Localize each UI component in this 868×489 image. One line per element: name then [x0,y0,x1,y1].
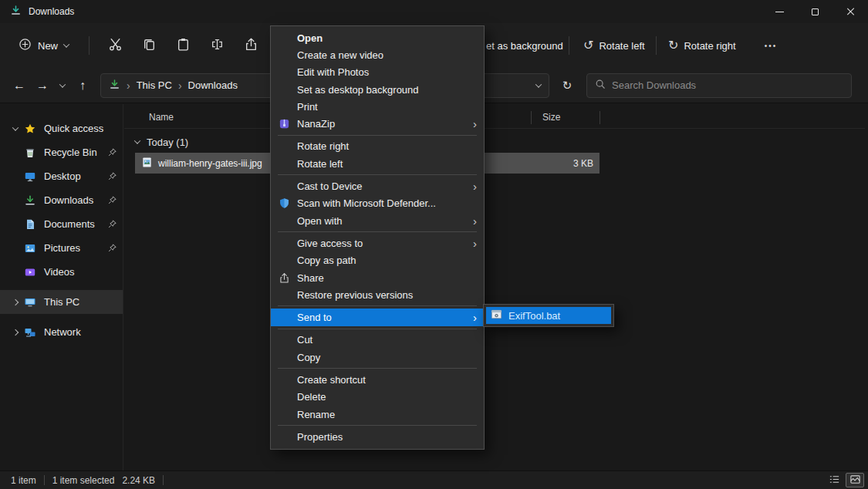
sidebar-item-network[interactable]: Network [0,320,123,344]
share-menu-icon [271,272,297,284]
selection-size: 2.24 KB [122,475,155,486]
context-menu: Open Create a new video Edit with Photos… [270,25,485,450]
menu-item-rotate-right[interactable]: Rotate right [271,138,484,155]
recycle-bin-icon [23,147,37,159]
sidebar-item-label: Network [44,326,81,338]
submenu-arrow-icon: › [473,180,477,192]
column-divider[interactable] [531,111,532,124]
cut-icon [108,37,123,54]
menu-item-edit-with-photos[interactable]: Edit with Photos [271,64,484,81]
share-button[interactable] [236,32,265,59]
column-header-name[interactable]: Name [149,112,174,123]
menu-item-properties[interactable]: Properties [271,428,484,445]
new-plus-icon [19,38,32,53]
close-icon [846,7,855,16]
rotate-left-label: Rotate left [599,40,644,52]
more-options-button[interactable]: ••• [755,32,787,59]
menu-separator [278,329,477,329]
copy-icon [142,37,157,54]
rotate-right-button[interactable]: ↻ Rotate right [662,32,742,59]
this-pc-icon [23,296,37,309]
sidebar-item-videos[interactable]: Videos [0,260,123,284]
sidebar: Quick access Recycle Bin Desktop Downloa… [0,104,123,470]
address-dropdown-icon[interactable] [535,81,542,87]
recent-locations-button[interactable] [54,74,71,97]
titlebar: Downloads [0,0,868,23]
forward-button[interactable]: → [31,74,54,97]
send-to-submenu: ExifTool.bat [483,304,614,327]
column-divider[interactable] [599,111,600,124]
window-title: Downloads [29,6,74,17]
sidebar-item-this-pc[interactable]: This PC [0,290,123,314]
new-button[interactable]: New [9,32,78,59]
minimize-button[interactable] [762,0,797,23]
search-input[interactable] [612,79,843,91]
sidebar-item-quick-access[interactable]: Quick access [0,116,123,140]
menu-item-copy[interactable]: Copy [271,349,484,366]
refresh-button[interactable]: ↻ [554,74,580,97]
pin-icon [107,195,117,207]
sidebar-item-documents[interactable]: Documents [0,212,123,236]
column-header-size[interactable]: Size [542,112,560,123]
menu-item-rotate-left[interactable]: Rotate left [271,155,484,172]
menu-item-delete[interactable]: Delete [271,389,484,406]
thumbnail-view-button[interactable] [846,473,864,487]
maximize-icon [812,8,819,15]
maximize-button[interactable] [797,0,833,23]
breadcrumb-downloads[interactable]: Downloads [188,79,238,91]
menu-separator [278,174,477,175]
menu-item-open-with[interactable]: Open with› [271,212,484,229]
menu-item-share[interactable]: Share [271,269,484,286]
file-size: 3 KB [573,158,593,169]
toolbar-separator [89,36,90,55]
sidebar-item-label: Downloads [44,194,93,206]
breadcrumb-this-pc[interactable]: This PC [137,79,172,91]
rotate-right-icon: ↻ [668,39,678,52]
status-bar: 1 item 1 item selected 2.24 KB [0,470,868,489]
group-header-today[interactable]: Today (1) [135,133,188,150]
up-button[interactable]: ↑ [71,74,94,97]
menu-item-print[interactable]: Print [271,98,484,115]
back-button[interactable]: ← [8,74,31,97]
details-view-icon [829,474,840,487]
details-view-button[interactable] [825,473,843,487]
statusbar-divider [163,475,164,485]
sidebar-item-downloads[interactable]: Downloads [0,188,123,212]
menu-item-cast-to-device[interactable]: Cast to Device› [271,177,484,194]
sidebar-item-desktop[interactable]: Desktop [0,164,123,188]
menu-item-send-to[interactable]: Send to› [271,309,484,325]
menu-item-nanazip[interactable]: NanaZip › [271,115,484,132]
menu-item-cut[interactable]: Cut [271,332,484,349]
chevron-down-icon[interactable] [8,126,23,131]
menu-item-create-shortcut[interactable]: Create shortcut [271,371,484,388]
breadcrumb-separator-icon: › [178,80,182,91]
toolbar-separator [569,36,569,55]
sidebar-item-pictures[interactable]: Pictures [0,236,123,260]
thumbnail-view-icon [849,474,861,487]
menu-item-give-access-to[interactable]: Give access to› [271,234,484,251]
rotate-left-button[interactable]: ↺ Rotate left [577,32,651,59]
menu-item-set-as-desktop-background[interactable]: Set as desktop background [271,81,484,98]
group-label: Today (1) [147,137,188,148]
cut-button[interactable] [100,32,130,59]
menu-item-rename[interactable]: Rename [271,406,484,423]
paste-button[interactable] [168,32,198,59]
menu-separator [278,135,477,136]
copy-button[interactable] [134,32,164,59]
rotate-left-icon: ↺ [583,39,593,52]
sidebar-item-recycle-bin[interactable]: Recycle Bin [0,140,123,164]
chevron-right-icon[interactable] [8,330,23,335]
menu-separator [278,425,477,426]
rotate-right-label: Rotate right [684,40,735,52]
rename-button[interactable] [202,32,231,59]
menu-item-copy-as-path[interactable]: Copy as path [271,252,484,269]
menu-item-open[interactable]: Open [271,29,484,46]
menu-item-restore-previous-versions[interactable]: Restore previous versions [271,286,484,303]
desktop-icon [23,170,37,183]
chevron-right-icon[interactable] [8,300,23,305]
close-button[interactable] [833,0,868,23]
menu-item-create-a-new-video[interactable]: Create a new video [271,46,484,63]
set-as-background-button[interactable]: et as background [486,23,563,68]
submenu-item-exiftool-bat[interactable]: ExifTool.bat [486,307,611,324]
menu-item-scan-with-microsoft-defender[interactable]: Scan with Microsoft Defender... [271,195,484,212]
